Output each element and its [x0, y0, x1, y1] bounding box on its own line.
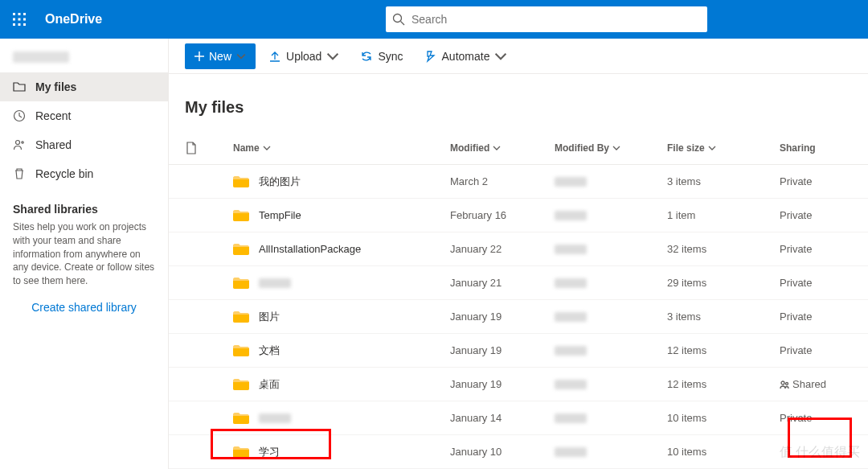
sharing-cell: Private	[780, 344, 860, 356]
chevron-down-icon	[494, 50, 507, 63]
folder-icon	[233, 378, 249, 391]
shared-icon	[780, 380, 789, 389]
chevron-down-icon	[612, 144, 620, 152]
table-row[interactable]: January 1410 itemsPrivate	[169, 401, 868, 435]
column-modified[interactable]: Modified	[450, 142, 555, 154]
svg-rect-2	[23, 13, 26, 15]
svg-point-9	[394, 14, 402, 23]
app-launcher[interactable]	[0, 0, 39, 39]
table-row[interactable]: AllInstallationPackageJanuary 2232 items…	[169, 232, 868, 266]
chevron-down-icon	[493, 144, 501, 152]
plus-icon	[194, 51, 204, 61]
modified-value: January 19	[450, 378, 555, 390]
sidebar-item-recycle[interactable]: Recycle bin	[0, 159, 168, 188]
automate-button[interactable]: Automate	[416, 43, 516, 69]
modified-value: January 10	[450, 446, 555, 458]
svg-rect-0	[13, 13, 15, 15]
file-name: 文档	[259, 344, 280, 358]
table-row[interactable]: TempFileFebruary 161 itemPrivate	[169, 199, 868, 232]
svg-rect-5	[23, 19, 26, 21]
table-header: Name Modified Modified By File size Shar…	[169, 131, 868, 165]
new-button-label: New	[209, 50, 231, 63]
modified-by-value	[555, 413, 667, 423]
file-name: 学习	[259, 445, 280, 459]
search-icon	[392, 13, 405, 26]
file-size-value: 32 items	[667, 243, 780, 255]
file-size-value: 10 items	[667, 446, 780, 458]
file-name: 图片	[259, 310, 280, 324]
trash-icon	[13, 167, 26, 180]
sharing-value: Shared	[792, 378, 826, 390]
search-input[interactable]	[411, 13, 701, 26]
file-name: TempFile	[259, 209, 301, 221]
column-file-size[interactable]: File size	[667, 142, 780, 154]
svg-rect-3	[13, 19, 15, 21]
search-box[interactable]	[386, 6, 707, 32]
modified-by-value	[555, 312, 667, 322]
sidebar-item-label: Recycle bin	[35, 167, 93, 180]
svg-point-15	[786, 382, 788, 385]
create-shared-library-link[interactable]: Create shared library	[0, 288, 168, 327]
app-header: OneDrive	[0, 0, 868, 39]
folder-icon	[13, 80, 26, 93]
table-row[interactable]: 学习January 1010 items	[169, 435, 868, 469]
column-name[interactable]: Name	[233, 142, 450, 154]
svg-rect-1	[18, 13, 21, 15]
sidebar-item-shared[interactable]: Shared	[0, 130, 168, 159]
upload-button[interactable]: Upload	[260, 43, 347, 69]
modified-by-value	[555, 245, 667, 254]
folder-icon	[233, 209, 249, 222]
file-name: 桌面	[259, 377, 280, 392]
sharing-value: Private	[780, 209, 812, 221]
sharing-cell: Private	[780, 209, 860, 221]
sharing-cell: Private	[780, 243, 860, 255]
modified-value: January 14	[450, 412, 555, 424]
sidebar-item-recent[interactable]: Recent	[0, 101, 168, 130]
table-row[interactable]: 文档January 1912 itemsPrivate	[169, 334, 868, 368]
modified-by-value	[555, 380, 667, 389]
shared-libraries-desc: Sites help you work on projects with you…	[0, 220, 168, 288]
sharing-cell: Private	[780, 311, 860, 323]
modified-value: March 2	[450, 175, 555, 187]
sharing-value: Private	[780, 175, 812, 187]
table-row[interactable]: 我的图片March 23 itemsPrivate	[169, 165, 868, 199]
sync-button[interactable]: Sync	[352, 43, 411, 69]
table-row[interactable]: 桌面January 1912 itemsShared	[169, 368, 868, 401]
modified-by-value	[555, 211, 667, 220]
sharing-cell: Shared	[780, 378, 860, 390]
watermark: 值 什么值得买	[780, 444, 860, 461]
modified-value: January 19	[450, 344, 555, 356]
folder-icon	[233, 175, 249, 188]
column-icon[interactable]	[185, 142, 233, 154]
shared-libraries-heading: Shared libraries	[0, 188, 168, 220]
file-size-value: 12 items	[667, 378, 780, 390]
folder-icon	[233, 277, 249, 290]
modified-value: January 19	[450, 311, 555, 323]
column-sharing[interactable]: Sharing	[780, 142, 860, 154]
modified-by-value	[555, 346, 667, 356]
sync-icon	[360, 50, 373, 63]
clock-icon	[13, 109, 26, 122]
file-size-value: 1 item	[667, 209, 780, 221]
folder-icon	[233, 311, 249, 323]
profile-block	[0, 45, 168, 72]
svg-rect-4	[18, 19, 21, 21]
chevron-down-icon	[708, 144, 716, 152]
column-modified-by[interactable]: Modified By	[555, 142, 667, 154]
modified-value: February 16	[450, 209, 555, 221]
svg-point-14	[781, 381, 784, 385]
file-name: AllInstallationPackage	[259, 243, 361, 255]
new-button[interactable]: New	[185, 43, 256, 69]
search-container	[386, 6, 707, 32]
automate-label: Automate	[442, 50, 490, 63]
table-row[interactable]: January 2129 itemsPrivate	[169, 266, 868, 300]
modified-value: January 21	[450, 277, 555, 289]
sharing-value: Private	[780, 412, 812, 424]
modified-by-value	[555, 177, 667, 187]
page-title: My files	[169, 74, 868, 131]
folder-icon	[233, 344, 249, 357]
table-row[interactable]: 图片January 193 itemsPrivate	[169, 300, 868, 334]
sidebar-item-myfiles[interactable]: My files	[0, 72, 168, 101]
sharing-value: Private	[780, 243, 812, 255]
file-size-value: 10 items	[667, 412, 780, 424]
